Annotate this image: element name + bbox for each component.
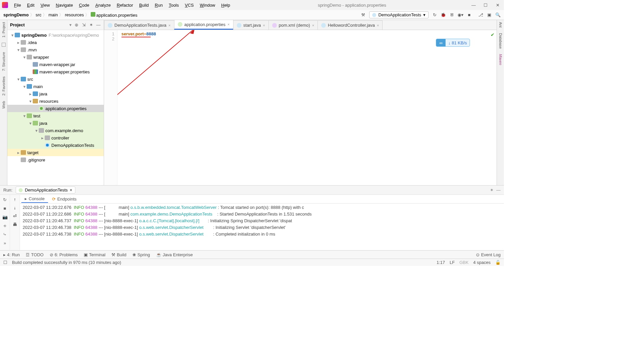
menu-edit[interactable]: Edit (24, 2, 37, 9)
breadcrumb-item[interactable]: main (48, 12, 58, 17)
favorites-tool-button[interactable]: 2: Favorites (2, 76, 6, 95)
run-button[interactable]: ↻ (432, 12, 437, 18)
tree-node[interactable]: maven-wrapper.jar (7, 61, 104, 68)
indent[interactable]: 4 spaces (473, 260, 491, 265)
breadcrumb-item[interactable]: application.properties (91, 12, 137, 18)
down-icon[interactable]: ↓ (14, 205, 16, 210)
editor-tab[interactable]: DemoApplicationTests.java× (104, 20, 174, 30)
stop-button[interactable]: ■ (467, 12, 472, 18)
todo-tw-button[interactable]: ☲ TODO (26, 252, 43, 257)
database-tool-button[interactable]: Database (499, 33, 503, 49)
stop-run-button[interactable]: ■ (2, 206, 8, 211)
up-icon[interactable]: ↑ (14, 197, 16, 202)
editor-tab[interactable]: HellowordController.java× (317, 20, 383, 30)
menu-tools[interactable]: Tools (166, 2, 181, 9)
menu-refactor[interactable]: Refactor (114, 2, 136, 9)
code-editor[interactable]: 1 2 server.port=8888 ✔ ∞ ↓ 81 KB/s (104, 30, 497, 185)
chevron-down-icon[interactable]: ▾ (69, 22, 72, 27)
tree-node[interactable]: ▾resources (7, 97, 104, 105)
tree-node[interactable]: ▾wrapper (7, 53, 104, 61)
tree-node[interactable]: application.properties (7, 105, 104, 112)
exit-icon[interactable]: ⤷ (2, 232, 8, 237)
close-icon[interactable]: × (70, 188, 72, 193)
project-tree[interactable]: ▾springDemoF:\workspace\springDemo▸.idea… (7, 30, 104, 185)
maximize-button[interactable]: ☐ (483, 3, 488, 8)
close-icon[interactable]: × (377, 23, 379, 27)
minimize-button[interactable]: — (471, 3, 476, 8)
editor-tab[interactable]: start.java× (233, 20, 269, 30)
tree-node[interactable]: ▸.idea (7, 39, 104, 46)
close-icon[interactable]: × (168, 23, 170, 27)
debug-button[interactable]: 🐞 (441, 12, 446, 18)
menu-navigate[interactable]: Navigate (53, 2, 75, 9)
menu-window[interactable]: Window (197, 2, 218, 9)
run-hide-icon[interactable]: — (496, 188, 501, 193)
menu-analyze[interactable]: Analyze (93, 2, 113, 9)
tree-node[interactable]: ▸java (7, 90, 104, 97)
close-icon[interactable]: × (312, 23, 314, 27)
ant-tool-button[interactable]: Ant (499, 22, 503, 28)
event-log-button[interactable]: ⊙ Event Log (476, 252, 501, 257)
expand-icon[interactable]: ⇲ (81, 22, 86, 28)
tree-node[interactable]: ▾test (7, 112, 104, 119)
hammer-icon[interactable]: ⚒ (361, 12, 366, 18)
terminal-tw-button[interactable]: ▣ Terminal (84, 252, 105, 257)
endpoints-tab[interactable]: ⟳Endpoints (49, 196, 80, 203)
breadcrumb-item[interactable]: resources (65, 12, 84, 17)
git-button[interactable]: ⎇ (478, 12, 483, 18)
breadcrumb-item[interactable]: src (36, 12, 41, 17)
settings-icon[interactable]: ✶ (88, 22, 94, 28)
toolbox-button[interactable]: ▣ (487, 12, 492, 18)
hide-icon[interactable]: — (96, 22, 101, 28)
menu-vcs[interactable]: VCS (182, 2, 196, 9)
lock-icon[interactable]: 🔓 (495, 260, 501, 265)
encoding[interactable]: GBK (459, 260, 468, 265)
console-tab[interactable]: ▸Console (21, 195, 48, 203)
menu-file[interactable]: File (11, 2, 24, 9)
tree-node[interactable]: ▸target (7, 149, 104, 156)
tree-node[interactable]: maven-wrapper.properties (7, 68, 104, 75)
problems-tw-button[interactable]: ⊘ 6: Problems (50, 252, 78, 257)
menu-run[interactable]: Run (152, 2, 165, 9)
tree-node[interactable]: ▾java (7, 119, 104, 127)
console-output[interactable]: 2022-03-07 11:20:22.676 INFO 64388 --- [… (20, 204, 504, 250)
camera-icon[interactable]: 📷 (2, 214, 8, 220)
menu-view[interactable]: View (38, 2, 52, 9)
spring-tw-button[interactable]: ❀ Spring (132, 252, 150, 257)
project-tool-button[interactable]: 1: Project (2, 22, 6, 37)
coverage-button[interactable]: ⛨ (449, 12, 455, 18)
build-tw-button[interactable]: ⚒ Build (111, 252, 126, 257)
locate-icon[interactable]: ⊕ (74, 22, 79, 28)
more-icon[interactable]: » (2, 240, 8, 246)
tree-node[interactable]: DemoApplicationTests (7, 141, 104, 149)
web-tool-button[interactable]: Web (2, 101, 6, 108)
tree-node[interactable]: ▾com.example.demo (7, 127, 104, 134)
run-tw-button[interactable]: ▸ 4: Run (3, 252, 20, 257)
menu-code[interactable]: Code (76, 2, 92, 9)
tree-node[interactable]: ▸controller (7, 134, 104, 141)
editor-tab[interactable]: application.properties× (174, 20, 233, 30)
tree-node[interactable]: ▾main (7, 83, 104, 90)
search-button[interactable]: 🔍 (495, 12, 501, 18)
wrap-icon[interactable]: ⏎ (13, 214, 17, 219)
close-button[interactable]: ✕ (495, 3, 500, 8)
run-settings-icon[interactable]: ✶ (490, 188, 494, 193)
profile-button[interactable]: ◉▾ (458, 12, 463, 18)
close-icon[interactable]: × (263, 23, 265, 27)
tree-node[interactable]: ▾.mvn (7, 46, 104, 53)
menu-build[interactable]: Build (136, 2, 151, 9)
tree-node[interactable]: ▾springDemoF:\workspace\springDemo (7, 31, 104, 39)
run-config-tab[interactable]: DemoApplicationTests × (16, 187, 75, 194)
menu-help[interactable]: Help (218, 2, 233, 9)
line-ending[interactable]: LF (450, 260, 455, 265)
breadcrumb-item[interactable]: springDemo (3, 12, 29, 17)
tree-node[interactable]: .gitignore (7, 156, 104, 163)
rerun-button[interactable]: ↻ (2, 197, 8, 202)
editor-tab[interactable]: pom.xml (demo)× (268, 20, 318, 30)
caret-position[interactable]: 1:17 (437, 260, 445, 265)
print-icon[interactable]: 🖶 (13, 222, 17, 227)
structure-tool-button[interactable]: 7: Structure (2, 52, 6, 71)
javaee-tw-button[interactable]: ☕ Java Enterprise (156, 252, 193, 257)
tree-node[interactable]: ▾src (7, 75, 104, 83)
close-icon[interactable]: × (227, 22, 229, 26)
